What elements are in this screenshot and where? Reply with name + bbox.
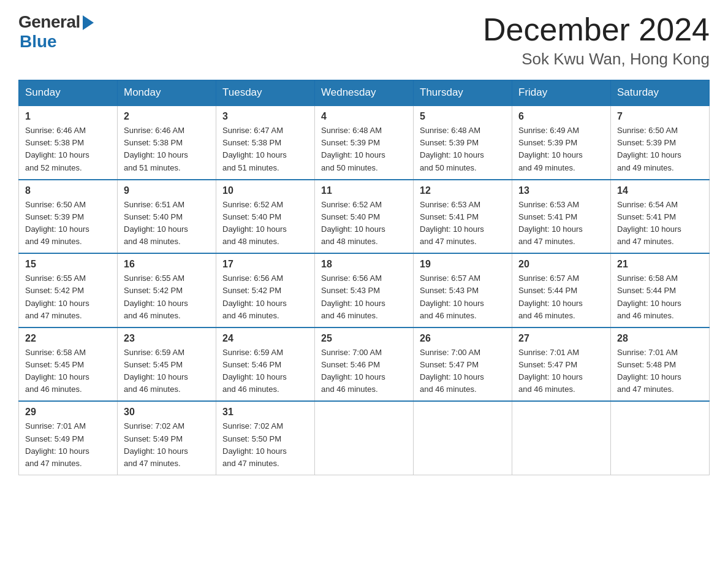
day-info: Sunrise: 6:48 AMSunset: 5:39 PMDaylight:… (321, 124, 407, 174)
calendar-cell: 17 Sunrise: 6:56 AMSunset: 5:42 PMDaylig… (216, 253, 315, 327)
calendar-cell: 9 Sunrise: 6:51 AMSunset: 5:40 PMDayligh… (118, 180, 216, 254)
calendar-table: SundayMondayTuesdayWednesdayThursdayFrid… (18, 80, 710, 475)
weekday-header-saturday: Saturday (611, 80, 710, 106)
day-number: 10 (222, 185, 308, 196)
day-info: Sunrise: 6:48 AMSunset: 5:39 PMDaylight:… (420, 124, 506, 174)
calendar-cell: 5 Sunrise: 6:48 AMSunset: 5:39 PMDayligh… (414, 105, 512, 180)
calendar-cell: 14 Sunrise: 6:54 AMSunset: 5:41 PMDaylig… (611, 180, 710, 254)
day-info: Sunrise: 6:56 AMSunset: 5:42 PMDaylight:… (222, 272, 308, 322)
calendar-week-row: 8 Sunrise: 6:50 AMSunset: 5:39 PMDayligh… (19, 180, 710, 254)
day-number: 11 (321, 185, 407, 196)
day-number: 27 (518, 333, 604, 344)
day-number: 12 (420, 185, 506, 196)
calendar-cell: 8 Sunrise: 6:50 AMSunset: 5:39 PMDayligh… (19, 180, 118, 254)
calendar-cell: 20 Sunrise: 6:57 AMSunset: 5:44 PMDaylig… (512, 253, 611, 327)
day-info: Sunrise: 6:47 AMSunset: 5:38 PMDaylight:… (222, 124, 308, 174)
calendar-week-row: 29 Sunrise: 7:01 AMSunset: 5:49 PMDaylig… (19, 401, 710, 475)
day-info: Sunrise: 6:57 AMSunset: 5:44 PMDaylight:… (518, 272, 604, 322)
day-info: Sunrise: 6:56 AMSunset: 5:43 PMDaylight:… (321, 272, 407, 322)
day-info: Sunrise: 6:59 AMSunset: 5:45 PMDaylight:… (124, 347, 210, 396)
calendar-cell: 22 Sunrise: 6:58 AMSunset: 5:45 PMDaylig… (19, 327, 118, 402)
day-number: 20 (518, 259, 604, 270)
day-number: 16 (124, 259, 210, 270)
calendar-cell: 10 Sunrise: 6:52 AMSunset: 5:40 PMDaylig… (216, 180, 315, 254)
day-number: 15 (25, 259, 111, 270)
calendar-cell: 16 Sunrise: 6:55 AMSunset: 5:42 PMDaylig… (118, 253, 216, 327)
calendar-cell: 27 Sunrise: 7:01 AMSunset: 5:47 PMDaylig… (512, 327, 611, 402)
day-info: Sunrise: 6:53 AMSunset: 5:41 PMDaylight:… (518, 199, 604, 248)
calendar-cell: 24 Sunrise: 6:59 AMSunset: 5:46 PMDaylig… (216, 327, 315, 402)
day-info: Sunrise: 6:50 AMSunset: 5:39 PMDaylight:… (25, 199, 111, 248)
logo: General Blue (18, 12, 94, 52)
day-number: 4 (321, 111, 407, 122)
day-info: Sunrise: 7:00 AMSunset: 5:47 PMDaylight:… (420, 347, 506, 396)
day-number: 5 (420, 111, 506, 122)
day-info: Sunrise: 7:01 AMSunset: 5:49 PMDaylight:… (25, 420, 111, 470)
calendar-cell: 7 Sunrise: 6:50 AMSunset: 5:39 PMDayligh… (611, 105, 710, 180)
weekday-header-friday: Friday (512, 80, 611, 106)
day-number: 17 (222, 259, 308, 270)
calendar-cell: 3 Sunrise: 6:47 AMSunset: 5:38 PMDayligh… (216, 105, 315, 180)
weekday-header-tuesday: Tuesday (216, 80, 315, 106)
calendar-cell: 26 Sunrise: 7:00 AMSunset: 5:47 PMDaylig… (414, 327, 512, 402)
day-number: 25 (321, 333, 407, 344)
logo-arrow-icon (83, 15, 94, 30)
calendar-cell: 1 Sunrise: 6:46 AMSunset: 5:38 PMDayligh… (19, 105, 118, 180)
calendar-cell: 29 Sunrise: 7:01 AMSunset: 5:49 PMDaylig… (19, 401, 118, 475)
calendar-cell: 18 Sunrise: 6:56 AMSunset: 5:43 PMDaylig… (315, 253, 414, 327)
day-number: 31 (222, 407, 308, 418)
day-info: Sunrise: 6:51 AMSunset: 5:40 PMDaylight:… (124, 199, 210, 248)
day-number: 28 (617, 333, 703, 344)
day-info: Sunrise: 7:00 AMSunset: 5:46 PMDaylight:… (321, 347, 407, 396)
logo-blue-text: Blue (20, 32, 57, 52)
day-number: 14 (617, 185, 703, 196)
day-number: 23 (124, 333, 210, 344)
day-number: 26 (420, 333, 506, 344)
day-number: 1 (25, 111, 111, 122)
day-info: Sunrise: 6:57 AMSunset: 5:43 PMDaylight:… (420, 272, 506, 322)
day-info: Sunrise: 7:02 AMSunset: 5:50 PMDaylight:… (222, 420, 308, 470)
weekday-header-monday: Monday (118, 80, 216, 106)
calendar-cell: 12 Sunrise: 6:53 AMSunset: 5:41 PMDaylig… (414, 180, 512, 254)
calendar-cell (512, 401, 611, 475)
weekday-header-thursday: Thursday (414, 80, 512, 106)
calendar-cell: 4 Sunrise: 6:48 AMSunset: 5:39 PMDayligh… (315, 105, 414, 180)
weekday-header-wednesday: Wednesday (315, 80, 414, 106)
day-number: 13 (518, 185, 604, 196)
calendar-cell (414, 401, 512, 475)
day-number: 18 (321, 259, 407, 270)
calendar-cell: 15 Sunrise: 6:55 AMSunset: 5:42 PMDaylig… (19, 253, 118, 327)
calendar-cell: 2 Sunrise: 6:46 AMSunset: 5:38 PMDayligh… (118, 105, 216, 180)
day-number: 3 (222, 111, 308, 122)
weekday-header-row: SundayMondayTuesdayWednesdayThursdayFrid… (19, 80, 710, 106)
calendar-cell: 6 Sunrise: 6:49 AMSunset: 5:39 PMDayligh… (512, 105, 611, 180)
day-number: 29 (25, 407, 111, 418)
calendar-cell: 23 Sunrise: 6:59 AMSunset: 5:45 PMDaylig… (118, 327, 216, 402)
day-info: Sunrise: 6:55 AMSunset: 5:42 PMDaylight:… (25, 272, 111, 322)
day-info: Sunrise: 6:55 AMSunset: 5:42 PMDaylight:… (124, 272, 210, 322)
calendar-cell: 11 Sunrise: 6:52 AMSunset: 5:40 PMDaylig… (315, 180, 414, 254)
calendar-week-row: 1 Sunrise: 6:46 AMSunset: 5:38 PMDayligh… (19, 105, 710, 180)
day-number: 9 (124, 185, 210, 196)
calendar-week-row: 22 Sunrise: 6:58 AMSunset: 5:45 PMDaylig… (19, 327, 710, 402)
day-info: Sunrise: 7:01 AMSunset: 5:48 PMDaylight:… (617, 347, 703, 396)
day-number: 22 (25, 333, 111, 344)
day-number: 6 (518, 111, 604, 122)
day-number: 24 (222, 333, 308, 344)
day-info: Sunrise: 6:52 AMSunset: 5:40 PMDaylight:… (222, 199, 308, 248)
day-info: Sunrise: 6:58 AMSunset: 5:45 PMDaylight:… (25, 347, 111, 396)
calendar-cell: 28 Sunrise: 7:01 AMSunset: 5:48 PMDaylig… (611, 327, 710, 402)
calendar-cell: 31 Sunrise: 7:02 AMSunset: 5:50 PMDaylig… (216, 401, 315, 475)
day-number: 8 (25, 185, 111, 196)
day-info: Sunrise: 6:58 AMSunset: 5:44 PMDaylight:… (617, 272, 703, 322)
page-header: General Blue December 2024 Sok Kwu Wan, … (18, 12, 710, 69)
day-info: Sunrise: 6:59 AMSunset: 5:46 PMDaylight:… (222, 347, 308, 396)
calendar-cell (611, 401, 710, 475)
calendar-cell: 19 Sunrise: 6:57 AMSunset: 5:43 PMDaylig… (414, 253, 512, 327)
calendar-cell: 30 Sunrise: 7:02 AMSunset: 5:49 PMDaylig… (118, 401, 216, 475)
day-info: Sunrise: 6:46 AMSunset: 5:38 PMDaylight:… (25, 124, 111, 174)
month-title: December 2024 (483, 12, 710, 47)
day-number: 19 (420, 259, 506, 270)
day-number: 7 (617, 111, 703, 122)
day-info: Sunrise: 6:49 AMSunset: 5:39 PMDaylight:… (518, 124, 604, 174)
